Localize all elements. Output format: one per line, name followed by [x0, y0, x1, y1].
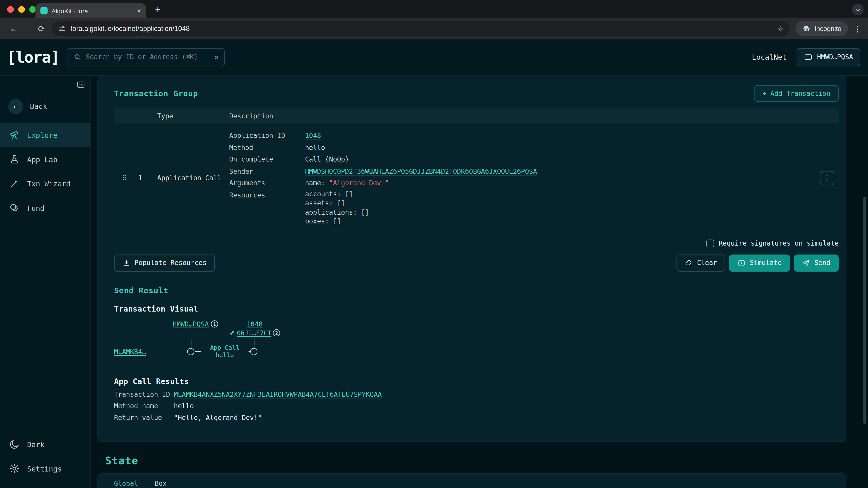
- require-signatures-checkbox[interactable]: [707, 239, 714, 247]
- send-button[interactable]: Send: [794, 254, 839, 271]
- on-complete-value: Call (NoOp): [305, 154, 808, 166]
- link-icon: [229, 330, 235, 336]
- browser-menu-button[interactable]: ⋮: [852, 24, 862, 33]
- maximize-window-button[interactable]: [29, 6, 36, 13]
- sidebar-explore-label: Explore: [27, 131, 57, 139]
- network-label: LocalNet: [752, 53, 786, 61]
- play-square-icon: [738, 259, 746, 267]
- tab-title: AlgoKit - lora: [52, 7, 133, 14]
- transaction-group-title: Transaction Group: [114, 89, 198, 98]
- application-id-link[interactable]: 1048: [305, 132, 321, 139]
- resources-assets: assets: []: [305, 199, 808, 207]
- drag-handle[interactable]: ⠿: [114, 173, 138, 182]
- reload-button[interactable]: ⟳: [34, 21, 49, 36]
- sender-link[interactable]: HMWDSHQCOPD2T36WBAHLAZ6PO5GDJJZBN4D2TODK…: [305, 167, 537, 175]
- gear-icon: [8, 463, 21, 474]
- clear-button[interactable]: Clear: [677, 254, 725, 271]
- coins-icon: [8, 202, 21, 214]
- transaction-id-label: Transaction ID: [114, 389, 174, 400]
- simulate-label: Simulate: [750, 259, 782, 267]
- browser-toolbar: ← ⟳ lora.algokit.io/localnet/application…: [0, 18, 868, 39]
- search-box: ×: [68, 48, 225, 66]
- app-body: ← Back Explore App Lab: [0, 76, 868, 488]
- populate-resources-button[interactable]: Populate Resources: [114, 254, 215, 271]
- panel-collapse-icon: [76, 80, 85, 89]
- moon-icon: [8, 439, 21, 450]
- transaction-group-header: Transaction Group + Add Transaction: [114, 85, 839, 102]
- resources-value: accounts: [] assets: [] applications: []…: [305, 190, 808, 226]
- transaction-id-link[interactable]: MLAMKB4ANXZ5NA2XY7ZNF3EAIROHVWPAB4A7CLT6…: [174, 390, 382, 398]
- sidebar-fund-label: Fund: [27, 204, 44, 212]
- transaction-group-card: Transaction Group + Add Transaction Type…: [97, 76, 846, 442]
- graph-account-header: HMWD…PQSA 1: [173, 320, 218, 328]
- transaction-visual-title: Transaction Visual: [114, 304, 839, 313]
- search-clear-icon[interactable]: ×: [215, 53, 219, 61]
- eraser-icon: [685, 259, 693, 267]
- return-value: "Hello, Algorand Dev!": [174, 412, 839, 423]
- argument-key: name:: [305, 179, 329, 187]
- sidebar-item-explore[interactable]: Explore: [0, 123, 90, 147]
- tab-search-button[interactable]: [852, 4, 864, 15]
- browser-tab[interactable]: AlgoKit - lora ×: [35, 3, 146, 18]
- graph-to-node[interactable]: [250, 348, 257, 355]
- sidebar-collapse-button[interactable]: [76, 80, 85, 89]
- tune-icon[interactable]: [58, 25, 66, 32]
- graph-transaction-link[interactable]: MLAMKB4…: [114, 348, 146, 355]
- send-result-title: Send Result: [114, 286, 839, 295]
- column-description: Description: [229, 112, 808, 120]
- sidebar-item-settings[interactable]: Settings: [0, 456, 90, 481]
- send-label: Send: [814, 259, 831, 267]
- row-menu-button[interactable]: ⋮: [820, 171, 834, 185]
- download-icon: [122, 259, 131, 267]
- graph-lane-line: [254, 338, 254, 347]
- sidebar-item-app-lab[interactable]: App Lab: [0, 147, 90, 171]
- search-input[interactable]: [86, 53, 210, 61]
- url-bar[interactable]: lora.algokit.io/localnet/application/104…: [52, 21, 790, 36]
- arguments-label: Arguments: [229, 177, 305, 190]
- sidebar-app-lab-label: App Lab: [27, 155, 57, 164]
- main-content: Transaction Group + Add Transaction Type…: [91, 76, 868, 488]
- minimize-window-button[interactable]: [18, 6, 25, 13]
- incognito-badge: Incognito: [796, 21, 848, 36]
- screen: AlgoKit - lora × + ← ⟳ lora.algokit.io/l…: [0, 0, 868, 488]
- add-transaction-button[interactable]: + Add Transaction: [754, 85, 839, 102]
- tab-global[interactable]: Global: [114, 480, 138, 488]
- incognito-label: Incognito: [814, 25, 841, 32]
- new-tab-button[interactable]: +: [152, 4, 164, 16]
- browser-chrome: AlgoKit - lora × + ← ⟳ lora.algokit.io/l…: [0, 0, 868, 39]
- url-text: lora.algokit.io/localnet/application/104…: [71, 25, 772, 32]
- lora-logo[interactable]: [lora]: [6, 48, 59, 66]
- tab-close-icon[interactable]: ×: [137, 7, 141, 14]
- wallet-button[interactable]: HMWD…PQSA: [797, 48, 860, 66]
- transaction-actions: Populate Resources Clear Simulate: [114, 254, 839, 271]
- close-window-button[interactable]: [7, 6, 14, 13]
- window-controls: [7, 6, 36, 13]
- application-id-label: Application ID: [229, 130, 305, 142]
- sidebar-item-back[interactable]: ← Back: [0, 98, 90, 114]
- sidebar-item-fund[interactable]: Fund: [0, 196, 90, 220]
- sidebar-item-dark-mode[interactable]: Dark: [0, 432, 90, 457]
- simulate-button[interactable]: Simulate: [729, 254, 790, 271]
- back-button[interactable]: ←: [6, 21, 21, 36]
- sidebar-settings-label: Settings: [27, 464, 62, 473]
- return-value-label: Return value: [114, 412, 174, 423]
- bookmark-star-icon[interactable]: ☆: [777, 24, 784, 33]
- sidebar-item-txn-wizard[interactable]: Txn Wizard: [0, 171, 90, 196]
- app-call-results: Transaction IDMLAMKB4ANXZ5NA2XY7ZNF3EAIR…: [114, 389, 839, 423]
- graph-group-link[interactable]: 06JJ…F7CI: [237, 329, 272, 337]
- graph-from-node[interactable]: [187, 348, 194, 355]
- scrollbar-thumb[interactable]: [863, 197, 866, 424]
- app-call-results-title: App Call Results: [114, 377, 839, 385]
- graph-account-link[interactable]: HMWD…PQSA: [173, 320, 209, 328]
- transaction-table: Type Description ⠿ 1 Application Call Ap…: [114, 108, 839, 232]
- resources-boxes: boxes: []: [305, 217, 808, 226]
- graph-app-id-link[interactable]: 1048: [247, 320, 263, 328]
- row-type: Application Call: [157, 174, 229, 182]
- graph-account-badge: 1: [211, 320, 218, 328]
- tab-box[interactable]: Box: [155, 480, 166, 488]
- require-signatures-label: Require signatures on simulate: [719, 239, 839, 247]
- on-complete-label: On complete: [229, 154, 305, 166]
- resources-applications: applications: []: [305, 208, 808, 217]
- graph-application-header: 1048 06JJ…F7CI 2: [228, 320, 281, 337]
- graph-transaction-label: MLAMKB4…: [114, 348, 146, 355]
